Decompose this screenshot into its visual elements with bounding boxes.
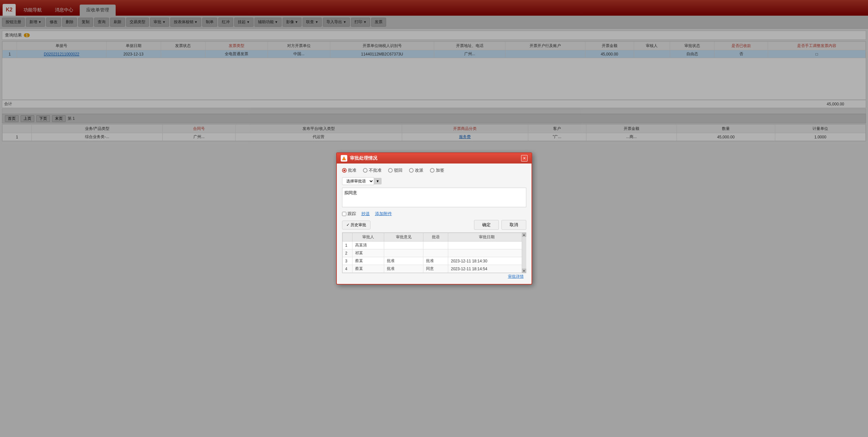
radio-approve-label: 批准 (348, 167, 356, 173)
radio-reassign-circle (409, 168, 413, 173)
history-table-row: 3 蔡某 批准 批准 2023-12-11 18:14:30 (342, 257, 526, 265)
history-table-container: 审批人 审批意见 批语 审批日期 1 高某清 (342, 232, 526, 273)
radio-reject-no-circle (363, 168, 368, 173)
hcell-comment-4: 同意 (423, 265, 448, 273)
hcell-approver-4: 蔡某 (352, 265, 384, 273)
modal-title-group: 审批处理情况 (341, 155, 377, 162)
radio-reject[interactable]: 驳回 (388, 167, 402, 173)
detail-link-row: 审批详情 (342, 273, 526, 280)
radio-group: 批准 不批准 驳回 改派 加签 (342, 167, 526, 173)
hcell-opinion-3: 批准 (384, 257, 423, 265)
action-row: ✓ 历史审批 确定 取消 (342, 220, 526, 230)
modal-close-btn[interactable]: ✕ (521, 155, 528, 162)
approval-phrase-select[interactable]: 选择审批语 (342, 177, 374, 185)
hcell-idx-3: 3 (342, 257, 352, 265)
track-checkbox[interactable] (342, 212, 346, 216)
history-approval-btn[interactable]: ✓ 历史审批 (342, 221, 370, 229)
approval-detail-link[interactable]: 审批详情 (508, 274, 524, 279)
radio-countersign-circle (430, 168, 434, 173)
hcell-date-2 (448, 249, 526, 257)
modal-overlay: 审批处理情况 ✕ 批准 不批准 驳回 (0, 0, 868, 437)
track-checkbox-label[interactable]: 跟踪 (342, 211, 356, 217)
history-table: 审批人 审批意见 批语 审批日期 1 高某清 (342, 233, 526, 273)
select-dropdown-btn[interactable]: ▼ (374, 178, 382, 184)
radio-reassign-label: 改派 (415, 167, 423, 173)
hcol-header-approver: 审批人 (352, 233, 384, 241)
hcell-idx-4: 4 (342, 265, 352, 273)
hcell-approver-1: 高某清 (352, 241, 384, 249)
hcell-approver-2: 祁某 (352, 249, 384, 257)
hcol-header-idx (342, 233, 352, 241)
history-table-wrap: 审批人 审批意见 批语 审批日期 1 高某清 (342, 232, 526, 273)
attachment-link[interactable]: 添加附件 (375, 211, 392, 217)
hcell-date-4: 2023-12-11 18:14:54 (448, 265, 526, 273)
hcell-opinion-4: 批准 (384, 265, 423, 273)
hcell-comment-3: 批准 (423, 257, 448, 265)
scroll-indicator: ▲ ▼ (522, 232, 526, 273)
cancel-btn[interactable]: 取消 (501, 220, 526, 230)
hcell-date-3: 2023-12-11 18:14:30 (448, 257, 526, 265)
modal-body: 批准 不批准 驳回 改派 加签 (337, 164, 531, 284)
radio-countersign-label: 加签 (436, 167, 444, 173)
scroll-down-btn[interactable]: ▼ (522, 269, 526, 273)
hcell-opinion-1 (384, 241, 423, 249)
radio-approve-circle (342, 168, 347, 173)
hcell-opinion-2 (384, 249, 423, 257)
modal-logo (341, 155, 347, 162)
approval-textarea[interactable]: 拟同意 (342, 188, 526, 207)
hcell-approver-3: 蔡某 (352, 257, 384, 265)
history-table-row: 4 蔡某 批准 同意 2023-12-11 18:14:54 (342, 265, 526, 273)
hcell-comment-1 (423, 241, 448, 249)
hcell-date-1 (448, 241, 526, 249)
radio-reject-no[interactable]: 不批准 (363, 167, 381, 173)
hcell-idx-2: 2 (342, 249, 352, 257)
history-table-row: 1 高某清 (342, 241, 526, 249)
confirm-btn[interactable]: 确定 (474, 220, 499, 230)
radio-approve[interactable]: 批准 (342, 167, 356, 173)
radio-reject-label: 驳回 (394, 167, 402, 173)
action-buttons: 确定 取消 (474, 220, 526, 230)
hcell-idx-1: 1 (342, 241, 352, 249)
scroll-up-btn[interactable]: ▲ (522, 232, 526, 237)
hcol-header-opinion: 审批意见 (384, 233, 423, 241)
hcell-comment-2 (423, 249, 448, 257)
select-approval-group: 选择审批语 ▼ (342, 177, 526, 185)
approval-modal: 审批处理情况 ✕ 批准 不批准 驳回 (336, 153, 532, 284)
radio-reject-no-label: 不批准 (369, 167, 381, 173)
modal-title-text: 审批处理情况 (350, 155, 377, 161)
modal-header: 审批处理情况 ✕ (337, 153, 531, 164)
hcol-header-comment: 批语 (423, 233, 448, 241)
radio-reassign[interactable]: 改派 (409, 167, 423, 173)
track-label: 跟踪 (348, 211, 356, 217)
checkbox-row: 跟踪 抄送 添加附件 (342, 211, 526, 217)
forward-link[interactable]: 抄送 (361, 211, 370, 217)
history-table-row: 2 祁某 (342, 249, 526, 257)
radio-countersign[interactable]: 加签 (430, 167, 444, 173)
hcol-header-date: 审批日期 (448, 233, 526, 241)
radio-reject-circle (388, 168, 393, 173)
